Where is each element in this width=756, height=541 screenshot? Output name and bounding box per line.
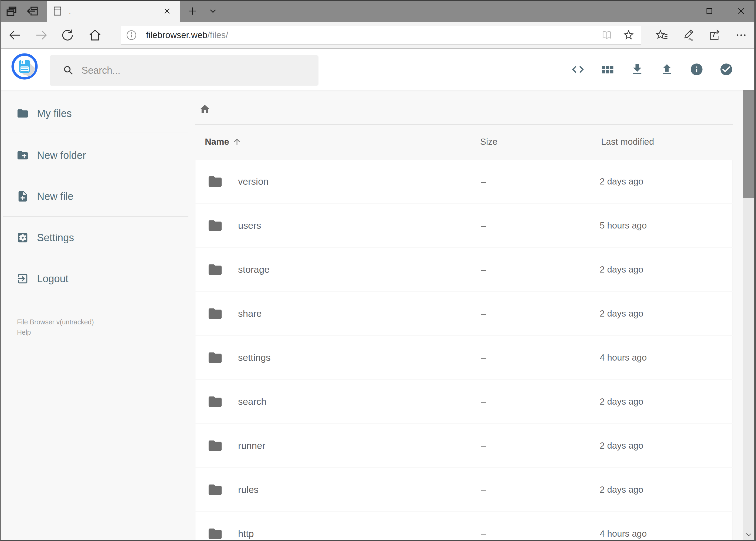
file-modified: 4 hours ago [600,529,647,539]
header-toolbar [571,49,733,90]
web-note-pen-button[interactable] [677,22,699,48]
folder-icon [207,482,223,497]
file-row-version[interactable]: version – 2 days ago [195,160,733,203]
address-bar[interactable]: filebrowser.web/files/ [121,26,641,45]
file-row-rules[interactable]: rules – 2 days ago [195,468,733,511]
info-button[interactable] [690,49,704,90]
column-header-name[interactable]: Name [205,137,242,147]
file-size: – [481,529,486,539]
file-size: – [481,440,486,451]
sidebar: My files New folder New file Settings Lo… [0,90,189,541]
file-size: – [481,396,486,407]
filebrowser-header [0,49,756,90]
set-tabs-aside-button[interactable] [22,0,42,22]
sidebar-item-settings[interactable]: Settings [0,223,189,252]
grid-view-button[interactable] [601,49,615,90]
column-header-modified[interactable]: Last modified [601,137,654,147]
folder-icon [16,107,29,120]
download-button[interactable] [630,49,644,90]
browser-window: . [0,0,756,541]
file-name: runner [238,440,265,451]
select-multiple-button[interactable] [719,49,733,90]
hub-favorites-button[interactable] [651,22,672,48]
scroll-down-button[interactable] [743,528,754,541]
folder-icon [207,306,223,321]
tab-title: . [69,7,71,15]
file-plus-icon [16,190,29,203]
file-row-storage[interactable]: storage – 2 days ago [195,248,733,291]
search-input[interactable] [82,65,297,76]
window-maximize-button[interactable] [696,0,723,22]
sidebar-item-my-files[interactable]: My files [0,99,189,128]
browser-navbar: filebrowser.web/files/ [0,22,756,49]
file-rows: version – 2 days ago users – 5 hours ago… [195,160,733,541]
sidebar-item-logout[interactable]: Logout [0,264,189,293]
file-size: – [481,176,486,187]
share-button[interactable] [704,22,725,48]
filebrowser-logo [11,53,38,80]
file-listing: Name Size Last modified version – 2 days… [195,90,733,541]
url-separator [142,28,142,42]
file-name: http [238,528,254,539]
page-scrollbar[interactable] [743,50,754,541]
set-tabs-aside-icon [25,4,39,18]
file-name: search [238,396,266,407]
back-button[interactable] [4,22,25,48]
sidebar-item-new-folder[interactable]: New folder [0,141,189,170]
settings-gear-icon [16,232,29,244]
page-icon [52,5,63,17]
url-path: /files/ [207,30,228,40]
file-row-share[interactable]: share – 2 days ago [195,292,733,335]
tab-list-button[interactable] [203,0,223,22]
column-header-size[interactable]: Size [480,137,497,147]
sidebar-item-new-file[interactable]: New file [0,182,189,211]
window-minimize-button[interactable] [664,0,691,22]
file-row-settings[interactable]: settings – 4 hours ago [195,336,733,379]
file-size: – [481,265,486,275]
window-close-button[interactable] [728,0,755,22]
file-row-runner[interactable]: runner – 2 days ago [195,424,733,467]
file-size: – [481,485,486,495]
folder-icon [207,394,223,409]
more-options-button[interactable] [730,22,752,48]
new-tab-button[interactable] [182,0,202,22]
file-name: users [238,220,261,231]
file-name: version [238,176,269,187]
file-modified: 2 days ago [600,308,643,319]
column-label: Name [205,137,229,147]
forward-button[interactable] [31,22,52,48]
folder-icon [207,262,223,277]
file-row-users[interactable]: users – 5 hours ago [195,204,733,247]
plus-icon [187,6,197,16]
code-view-button[interactable] [571,49,585,90]
refresh-button[interactable] [57,22,78,48]
browser-tab[interactable]: . [47,0,180,22]
search-box[interactable] [50,55,319,86]
reading-view-icon[interactable] [600,29,613,41]
breadcrumb-home-button[interactable] [197,102,212,117]
site-info-icon[interactable] [126,29,137,41]
file-row-search[interactable]: search – 2 days ago [195,380,733,423]
listing-divider [195,124,733,125]
url-host: filebrowser.web [146,30,207,40]
search-icon [50,65,75,76]
file-size: – [481,352,486,363]
folder-icon [207,438,223,453]
home-button[interactable] [84,22,106,48]
file-modified: 5 hours ago [600,221,647,231]
favorite-star-icon[interactable] [623,29,635,41]
tab-close-button[interactable] [163,0,171,22]
logout-icon [16,272,29,285]
chevron-down-icon [208,6,218,16]
sidebar-item-label: Settings [37,232,74,244]
tab-preview-icon [5,4,18,18]
column-headers: Name Size Last modified [195,135,733,150]
upload-button[interactable] [660,49,674,90]
tab-preview-button[interactable] [2,0,22,22]
file-size: – [481,308,486,319]
help-link[interactable]: Help [17,328,31,336]
sidebar-item-label: Logout [37,273,68,285]
folder-icon [207,526,223,541]
folder-icon [207,174,223,189]
file-row-http[interactable]: http – 4 hours ago [195,512,733,541]
